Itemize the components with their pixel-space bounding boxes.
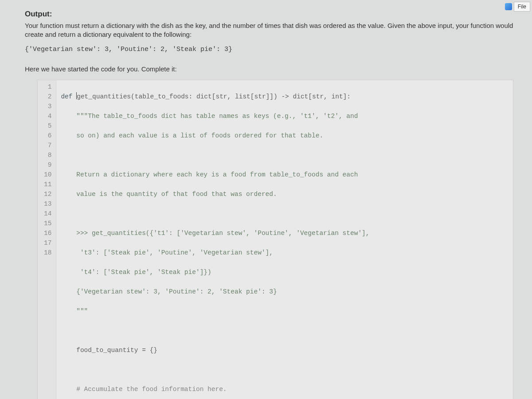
line-number: 1 bbox=[44, 82, 51, 92]
code-line[interactable]: so on) and each value is a list of foods… bbox=[61, 131, 369, 141]
line-number: 16 bbox=[44, 228, 51, 238]
line-number: 9 bbox=[44, 160, 51, 170]
output-heading: Output: bbox=[25, 10, 513, 19]
code-line[interactable] bbox=[61, 150, 369, 160]
docstring: value is the quantity of that food that … bbox=[76, 191, 277, 198]
code-line[interactable]: 't3': ['Steak pie', 'Poutine', 'Vegetari… bbox=[61, 248, 369, 258]
code-line[interactable] bbox=[61, 365, 369, 375]
line-number: 2 bbox=[44, 92, 51, 102]
code-line[interactable] bbox=[61, 326, 369, 336]
docstring: """The table_to_foods dict has table nam… bbox=[76, 113, 358, 120]
line-number: 15 bbox=[44, 219, 51, 228]
line-number: 5 bbox=[44, 121, 51, 131]
docstring: Return a dictionary where each key is a … bbox=[76, 171, 358, 178]
line-number: 13 bbox=[44, 199, 51, 209]
code-line[interactable]: def get_quantities(table_to_foods: dict[… bbox=[61, 92, 369, 102]
line-number: 4 bbox=[44, 111, 51, 121]
code-line[interactable]: food_to_quantity = {} bbox=[61, 345, 369, 355]
docstring: 't3': ['Steak pie', 'Poutine', 'Vegetari… bbox=[80, 249, 273, 256]
code-line[interactable]: """ bbox=[61, 306, 369, 316]
code-area[interactable]: def get_quantities(table_to_foods: dict[… bbox=[56, 80, 376, 399]
line-number: 6 bbox=[44, 131, 51, 141]
line-number: 12 bbox=[44, 189, 51, 199]
window-app-icon bbox=[505, 3, 512, 10]
code-line[interactable]: {'Vegetarian stew': 3, 'Poutine': 2, 'St… bbox=[61, 287, 369, 297]
expected-output: {'Vegetarian stew': 3, 'Poutine': 2, 'St… bbox=[25, 46, 513, 53]
docstring: so on) and each value is a list of foods… bbox=[76, 132, 323, 139]
code-line[interactable] bbox=[61, 209, 369, 219]
code-line[interactable]: # Accumulate the food information here. bbox=[61, 384, 369, 394]
keyword: def bbox=[61, 93, 72, 100]
code-line[interactable]: value is the quantity of that food that … bbox=[61, 189, 369, 199]
line-number: 7 bbox=[44, 141, 51, 150]
code-line[interactable]: >>> get_quantities({'t1': ['Vegetarian s… bbox=[61, 228, 369, 238]
comment: # Accumulate the food information here. bbox=[76, 386, 227, 393]
line-number: 11 bbox=[44, 180, 51, 189]
problem-description: Your function must return a dictionary w… bbox=[25, 21, 513, 39]
line-number: 14 bbox=[44, 209, 51, 219]
line-number: 8 bbox=[44, 150, 51, 160]
assignment-page: Output: Your function must return a dict… bbox=[0, 0, 532, 399]
code-line[interactable]: 't4': ['Steak pie', 'Steak pie']}) bbox=[61, 267, 369, 277]
code-line[interactable]: """The table_to_foods dict has table nam… bbox=[61, 111, 369, 121]
line-number-gutter: 1 2 3 4 5 6 7 8 9 10 11 12 13 14 15 16 1… bbox=[38, 80, 56, 399]
line-number: 17 bbox=[44, 238, 51, 248]
docstring: 't4': ['Steak pie', 'Steak pie']}) bbox=[80, 269, 211, 276]
starter-prompt: Here we have started the code for you. C… bbox=[25, 65, 513, 74]
docstring: {'Vegetarian stew': 3, 'Poutine': 2, 'St… bbox=[76, 288, 277, 295]
line-number: 18 bbox=[44, 248, 51, 258]
file-menu-button[interactable]: File bbox=[514, 2, 530, 12]
line-number: 10 bbox=[44, 170, 51, 180]
docstring: >>> get_quantities({'t1': ['Vegetarian s… bbox=[76, 230, 369, 237]
code-editor[interactable]: 1 2 3 4 5 6 7 8 9 10 11 12 13 14 15 16 1… bbox=[37, 80, 513, 399]
docstring: """ bbox=[76, 308, 88, 315]
code-line[interactable]: Return a dictionary where each key is a … bbox=[61, 170, 369, 180]
line-number: 3 bbox=[44, 102, 51, 111]
